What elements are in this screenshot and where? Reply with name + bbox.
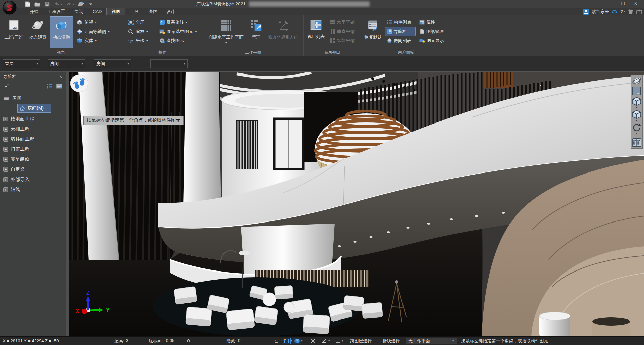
app-logo-icon[interactable]: [3, 1, 17, 15]
orbit-tool-button[interactable]: [632, 76, 642, 86]
new-file-icon[interactable]: [24, 1, 31, 7]
display-settings-button[interactable]: [632, 138, 642, 147]
tree-item-misc-decoration[interactable]: +零星装修: [0, 154, 66, 164]
expand-icon[interactable]: +: [3, 137, 8, 142]
tab-tools[interactable]: 工具: [125, 8, 143, 15]
tab-project-settings[interactable]: 工程设置: [43, 8, 70, 15]
rotate-view-button[interactable]: ▾: [632, 122, 642, 134]
user-name[interactable]: 紫气东来: [592, 9, 609, 15]
tab-cad[interactable]: CAD: [88, 8, 106, 15]
viewport-list-button[interactable]: 视口列表: [306, 16, 326, 48]
tree-item-wall-column-works[interactable]: +墙柱面工程: [0, 134, 66, 144]
expand-icon[interactable]: +: [3, 157, 8, 162]
help-dropdown-icon[interactable]: ▾: [624, 10, 625, 13]
restore-default-button[interactable]: 恢复默认: [363, 16, 383, 48]
tab-draw[interactable]: 绘制: [70, 8, 88, 15]
undo-dropdown-icon[interactable]: ▾: [61, 3, 62, 6]
element-select[interactable]: 房间▾: [94, 59, 131, 68]
chevron-down-icon[interactable]: ▾: [342, 339, 343, 342]
zoom-button[interactable]: 缩放▾: [126, 27, 156, 36]
top-view-button[interactable]: 俯视▾: [75, 18, 121, 27]
walkthrough-button[interactable]: 动态漫游: [50, 16, 73, 48]
cube-view-button[interactable]: ▾: [632, 109, 642, 122]
avatar[interactable]: [583, 9, 589, 15]
expand-icon[interactable]: +: [3, 167, 8, 172]
tracking-icon[interactable]: [334, 338, 342, 344]
solid-style-button[interactable]: 实体▾: [75, 36, 121, 45]
expand-icon[interactable]: +: [3, 187, 8, 192]
ucs-corner-icon[interactable]: [273, 338, 281, 344]
panel-splitter[interactable]: [66, 71, 69, 336]
screen-rotate-button[interactable]: 屏幕旋转▾: [158, 18, 201, 27]
tree-item-axis[interactable]: +轴线: [0, 185, 66, 195]
save-icon[interactable]: [44, 1, 50, 7]
2d-3d-toggle-button[interactable]: 2D 二维/三维: [2, 16, 26, 48]
component-list-button[interactable]: 构件列表: [385, 18, 416, 27]
tree-item-room-selected[interactable]: 房间(M): [17, 104, 51, 113]
expand-icon[interactable]: +: [3, 177, 8, 182]
box-view-button[interactable]: ▾: [632, 96, 642, 109]
extra-select[interactable]: ▾: [150, 59, 188, 68]
tab-start[interactable]: 开始: [25, 8, 43, 15]
share-icon[interactable]: [636, 9, 642, 14]
3d-viewport[interactable]: Z Y X 按鼠标左键指定第一个角点，或拾取构件图元 2D ▾ ▾ ▾: [69, 71, 644, 336]
sync-cloud-icon[interactable]: [77, 1, 84, 7]
chevron-down-icon[interactable]: ▾: [328, 339, 330, 342]
open-file-icon[interactable]: [34, 1, 41, 7]
3d-scene[interactable]: Z Y X: [69, 72, 644, 336]
redo-icon[interactable]: [65, 1, 72, 7]
tab-view[interactable]: 视图: [106, 8, 125, 15]
navigator-toggle-button[interactable]: 导航栏: [385, 27, 416, 36]
floor-select[interactable]: 首层▾: [3, 59, 40, 68]
chevron-down-icon[interactable]: ▾: [301, 339, 302, 342]
restore-button[interactable]: ❐: [616, 0, 629, 7]
tree-item-floor-works[interactable]: +楼地面工程: [0, 114, 66, 124]
headset-icon[interactable]: [612, 9, 618, 14]
room-list-button[interactable]: 房间列表: [385, 36, 416, 45]
tree-item-room-root[interactable]: 房间: [0, 93, 66, 103]
category-select[interactable]: 房间▾: [48, 59, 85, 68]
tree-item-custom[interactable]: +自定义: [0, 164, 66, 175]
element-display-button[interactable]: 图元显示: [418, 36, 449, 45]
customize-toolbar-icon[interactable]: [87, 1, 94, 7]
operations-column-1: 全屏 缩放▾ 平移▾: [126, 16, 156, 45]
find-element-button[interactable]: 查找图元: [158, 36, 201, 45]
expand-icon[interactable]: +: [3, 147, 8, 152]
polyline-select-button[interactable]: 折线选择: [379, 338, 403, 344]
close-panel-icon[interactable]: ✕: [59, 75, 62, 79]
selection-filter-icon[interactable]: [309, 338, 317, 344]
3d-snap-toggle[interactable]: [293, 338, 301, 344]
minimize-button[interactable]: –: [604, 0, 616, 7]
expand-icon[interactable]: +: [3, 117, 8, 121]
expand-icon[interactable]: +: [3, 127, 8, 132]
tree-item-door-window-works[interactable]: +门窗工程: [0, 144, 66, 154]
undo-icon[interactable]: [53, 1, 60, 7]
skin-icon[interactable]: [628, 9, 634, 14]
chevron-down-icon[interactable]: ▾: [291, 339, 292, 342]
2d-view-button[interactable]: 2D: [632, 86, 642, 96]
close-button[interactable]: ✕: [629, 0, 642, 7]
tab-design[interactable]: 设计: [161, 8, 179, 15]
redo-dropdown-icon[interactable]: ▾: [73, 3, 74, 6]
workplane-select[interactable]: 无工作平面▾: [406, 338, 457, 344]
tree-item-ceiling-works[interactable]: +天棚工程: [0, 124, 66, 134]
cross-layer-select-button[interactable]: 跨图层选择: [346, 338, 375, 344]
angle-snap-icon[interactable]: [320, 338, 328, 344]
add-component-icon[interactable]: [3, 84, 9, 89]
sw-isometric-button[interactable]: 西南等轴侧▾: [75, 27, 121, 36]
sheet-manage-button[interactable]: 图纸管理: [418, 27, 449, 36]
create-workplane-button[interactable]: 创建水平工作平面 ▾: [205, 16, 248, 48]
panel-view-icon[interactable]: [56, 84, 62, 89]
tab-collaborate[interactable]: 协作: [143, 8, 161, 15]
help-button[interactable]: ?: [620, 9, 623, 14]
orbit-icon: [31, 19, 44, 32]
tree-item-external-import[interactable]: +外部导入: [0, 175, 66, 185]
orbit-button[interactable]: 动态观察: [26, 16, 50, 48]
manage-workplane-button[interactable]: 管理: [248, 16, 265, 48]
list-view-icon[interactable]: [47, 84, 53, 89]
ortho-snap-toggle[interactable]: [283, 338, 291, 344]
fullscreen-button[interactable]: 全屏: [126, 18, 156, 27]
properties-button[interactable]: 属性: [418, 18, 449, 27]
pan-button[interactable]: 平移▾: [126, 36, 156, 45]
show-selected-button[interactable]: 显示选中图元▾: [158, 27, 201, 36]
